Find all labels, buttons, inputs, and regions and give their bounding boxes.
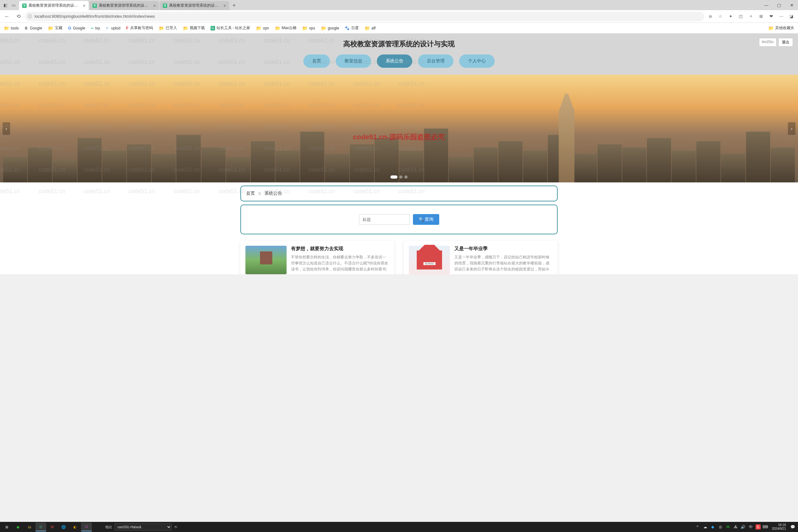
carousel-dot[interactable] bbox=[391, 175, 397, 178]
news-title: 又是一年毕业季 bbox=[454, 246, 553, 252]
bookmark-item[interactable]: 📁tools bbox=[2, 25, 20, 32]
breadcrumb-home[interactable]: 首页 bbox=[246, 191, 255, 196]
sidebar-icon[interactable]: ◫ bbox=[736, 12, 745, 21]
bookmark-item[interactable]: 站站长工具 - 站长之家 bbox=[209, 24, 252, 32]
vue-favicon-icon: V bbox=[163, 3, 167, 8]
google-icon: G bbox=[68, 26, 71, 31]
refresh-button[interactable]: ⟲ bbox=[13, 12, 23, 21]
nav-profile[interactable]: 个人中心 bbox=[459, 55, 495, 68]
carousel-dot[interactable] bbox=[399, 175, 402, 178]
reading-list-icon[interactable]: ⊞ bbox=[756, 12, 766, 21]
favorites-icon[interactable]: ❤ bbox=[766, 12, 776, 21]
close-icon[interactable]: × bbox=[224, 3, 226, 8]
bookmark-item[interactable]: 📁视频下载 bbox=[182, 24, 206, 32]
page-viewport[interactable]: code51.cncode51.cncode51.cncode51.cncode… bbox=[0, 34, 798, 274]
folder-icon: 📁 bbox=[302, 26, 307, 31]
nav-notice[interactable]: 系统公告 bbox=[377, 55, 412, 68]
search-panel: 🔍 查询 bbox=[240, 205, 558, 234]
breadcrumb-current: 系统公告 bbox=[264, 191, 282, 196]
breadcrumb-separator-icon: ☰ bbox=[258, 192, 261, 196]
site-header: 高校教室资源管理系统的设计与实现 testStu 退出 首页 教室信息 系统公告… bbox=[0, 34, 798, 75]
close-window-button[interactable]: ✕ bbox=[785, 0, 798, 10]
upload-icon: ᯤ bbox=[106, 26, 110, 31]
bookmark-item[interactable]: 📁宝藏 bbox=[46, 24, 64, 32]
bookmark-item[interactable]: 📁vps bbox=[301, 25, 316, 32]
bookmark-item[interactable]: 🗎Google bbox=[23, 25, 43, 31]
search-button[interactable]: 🔍 查询 bbox=[413, 214, 439, 225]
folder-icon: 📁 bbox=[183, 26, 188, 31]
bookmark-item[interactable]: 📁google bbox=[320, 25, 340, 32]
folder-icon: 📁 bbox=[321, 26, 326, 31]
browser-chrome: ◧ ▭ V 高校教室资源管理系统的设计与实 × V 高校教室资源管理系统的设计与… bbox=[0, 0, 798, 34]
breadcrumb: 首页 ☰ 系统公告 bbox=[240, 186, 558, 202]
folder-icon: 📁 bbox=[48, 26, 53, 31]
zz-icon: 站 bbox=[211, 26, 215, 31]
news-card[interactable]: 有梦想，就要努力去实现 不管你想要怎样的生活，你都要去努力争取，不多尝试一些事情… bbox=[240, 241, 394, 274]
vue-favicon-icon: V bbox=[93, 3, 97, 8]
bookmark-item[interactable]: ∞txy bbox=[90, 25, 101, 31]
folder-icon: 📁 bbox=[768, 26, 774, 31]
nav-admin[interactable]: 后台管理 bbox=[418, 55, 454, 68]
bookmarks-bar: 📁tools 🗎Google 📁宝藏 GGoogle ∞txy ᯤuplod F… bbox=[0, 23, 798, 34]
folder-icon: 📁 bbox=[4, 26, 9, 31]
bookmark-item[interactable]: 📁已导入 bbox=[157, 24, 178, 32]
bookmark-item[interactable]: 📁aff bbox=[363, 25, 377, 32]
folder-icon: 📁 bbox=[256, 26, 261, 31]
collections-icon[interactable]: ✧ bbox=[746, 12, 756, 21]
close-icon[interactable]: × bbox=[83, 3, 86, 8]
browser-tab[interactable]: V 高校教室资源管理系统的设计与实 × bbox=[19, 1, 89, 10]
tab-title: 高校教室资源管理系统的设计与实 bbox=[28, 3, 81, 8]
bookmark-item[interactable]: F共享账号密码 bbox=[125, 24, 154, 32]
bookmark-item[interactable]: GGoogle bbox=[67, 25, 87, 31]
minimize-button[interactable]: — bbox=[760, 0, 773, 10]
news-card[interactable]: 又是一年毕业季 又是一年毕业季，感慨万千，还记的自己刚进学校那时候的情景，我拖着… bbox=[404, 241, 558, 274]
browser-tab[interactable]: V 高校教室资源管理系统的设计与实 × bbox=[159, 1, 229, 10]
info-icon: ⓘ bbox=[28, 14, 32, 19]
news-desc: 不管你想要怎样的生活，你都要去努力争取，不多尝试一些事情怎么知道自己适合什么、不… bbox=[291, 254, 389, 273]
search-icon: 🔍 bbox=[419, 217, 424, 222]
folder-icon: 📁 bbox=[275, 26, 280, 31]
nav-home[interactable]: 首页 bbox=[303, 55, 330, 68]
url-input[interactable]: ⓘ localhost:8080/springboot4e80m/front/d… bbox=[25, 12, 704, 21]
split-icon[interactable]: ◪ bbox=[786, 12, 796, 21]
carousel-dots bbox=[391, 175, 407, 178]
main-nav: 首页 教室信息 系统公告 后台管理 个人中心 bbox=[0, 55, 798, 68]
profile-icon[interactable]: ◧ bbox=[2, 2, 9, 8]
url-text: localhost:8080/springboot4e80m/front/dis… bbox=[35, 14, 701, 19]
carousel-dot[interactable] bbox=[404, 175, 407, 178]
bookmark-item[interactable]: 📁vpn bbox=[254, 25, 270, 32]
more-icon[interactable]: ⋯ bbox=[777, 12, 786, 21]
bookmark-item[interactable]: 📁Max云梯 bbox=[273, 24, 298, 32]
close-icon[interactable]: × bbox=[153, 3, 156, 8]
maximize-button[interactable]: ▢ bbox=[773, 0, 785, 10]
browser-tab[interactable]: V 高校教室资源管理系统的设计与实 × bbox=[89, 1, 159, 10]
extension-puzzle-icon[interactable]: ✦ bbox=[726, 12, 735, 21]
page-title: 高校教室资源管理系统的设计与实现 bbox=[0, 39, 798, 49]
news-title: 有梦想，就要努力去实现 bbox=[291, 246, 389, 252]
zoom-icon[interactable]: ⊖ bbox=[705, 12, 715, 21]
hero-watermark: code51.cn-源码乐园盗图必究 bbox=[353, 132, 445, 142]
tab-actions-icon[interactable]: ▭ bbox=[10, 2, 17, 8]
title-bar: ◧ ▭ V 高校教室资源管理系统的设计与实 × V 高校教室资源管理系统的设计与… bbox=[0, 0, 798, 10]
bookmark-item[interactable]: 🐾百度 bbox=[344, 24, 360, 32]
carousel-prev-button[interactable]: ‹ bbox=[2, 122, 10, 135]
user-badge[interactable]: testStu bbox=[759, 38, 777, 46]
new-tab-button[interactable]: + bbox=[230, 1, 239, 10]
favorite-icon[interactable]: ☆ bbox=[716, 12, 725, 21]
nav-classroom[interactable]: 教室信息 bbox=[336, 55, 371, 68]
tab-title: 高校教室资源管理系统的设计与实 bbox=[169, 3, 222, 8]
other-bookmarks[interactable]: 📁其他收藏夹 bbox=[767, 24, 796, 32]
page-icon: 🗎 bbox=[24, 26, 28, 31]
news-thumbnail bbox=[409, 246, 450, 274]
bookmark-item[interactable]: ᯤuplod bbox=[104, 25, 121, 31]
logout-button[interactable]: 退出 bbox=[778, 38, 793, 46]
address-bar: ← ⟲ ⓘ localhost:8080/springboot4e80m/fro… bbox=[0, 10, 798, 23]
search-input[interactable] bbox=[359, 214, 410, 225]
back-button[interactable]: ← bbox=[2, 12, 12, 21]
tabs-row: V 高校教室资源管理系统的设计与实 × V 高校教室资源管理系统的设计与实 × … bbox=[19, 0, 760, 10]
baidu-icon: 🐾 bbox=[345, 26, 349, 31]
folder-icon: 📁 bbox=[159, 26, 164, 31]
carousel-next-button[interactable]: › bbox=[788, 122, 796, 135]
news-desc: 又是一年毕业季，感慨万千，还记的自己刚进学校那时候的情景，我拖着沉重的行李箱站在… bbox=[454, 254, 553, 273]
cloud-icon: ∞ bbox=[91, 26, 94, 31]
